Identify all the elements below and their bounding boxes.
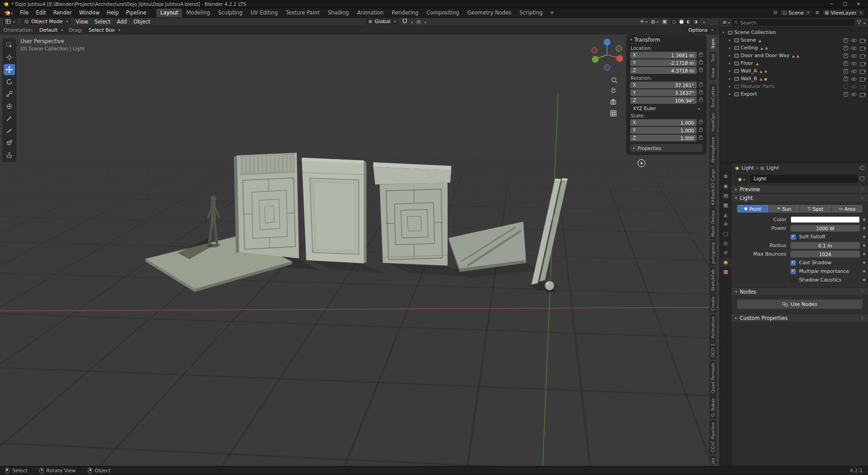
browse-light-data-button[interactable] xyxy=(735,175,748,183)
expand-icon[interactable]: ▸ xyxy=(729,38,733,42)
tool-transform[interactable] xyxy=(4,101,15,112)
workspace-tab-sculpting[interactable]: Sculpting xyxy=(214,9,246,17)
tab-view-layer-icon[interactable]: ▦ xyxy=(720,200,732,210)
outliner-row-floor[interactable]: ▸ Floor xyxy=(720,59,868,67)
workspace-tab-shading[interactable]: Shading xyxy=(323,9,353,17)
search-input[interactable] xyxy=(740,20,852,25)
shading-wireframe-icon[interactable]: ○ xyxy=(672,19,677,24)
shading-rendered-icon[interactable]: ◑ xyxy=(693,19,698,24)
tool-scale[interactable] xyxy=(4,88,15,100)
properties-subpanel-header[interactable]: Properties xyxy=(630,144,703,152)
browse-viewlayer-icon[interactable]: ≣ xyxy=(815,10,819,15)
disable-render-icon[interactable] xyxy=(860,61,865,66)
mode-dropdown[interactable]: Object Mode xyxy=(21,18,71,25)
snap-options-chevron[interactable] xyxy=(411,19,413,25)
power-field[interactable]: 1000 W xyxy=(791,225,860,232)
tab-object-icon[interactable]: ▢ xyxy=(720,229,732,238)
gizmos-toggle[interactable]: ✛ xyxy=(640,19,647,24)
soft-falloff-checkbox[interactable] xyxy=(791,234,796,240)
outliner-row-ceiling[interactable]: ▸ Ceiling xyxy=(720,44,868,52)
filter-icon[interactable] xyxy=(857,20,861,24)
nodes-panel-header[interactable]: Nodes ⠿ xyxy=(732,287,868,296)
tool-rotate[interactable] xyxy=(4,76,15,87)
scale-y-field[interactable]: Y 1.000 xyxy=(630,127,697,134)
outliner-row-door[interactable]: ▸ Door and Door Way xyxy=(720,52,868,59)
location-y-field[interactable]: Y -2.1718 m xyxy=(630,59,697,66)
expand-icon[interactable]: ▸ xyxy=(729,61,733,65)
snap-magnet-icon[interactable] xyxy=(402,19,407,25)
tab-physics-icon[interactable]: ◎ xyxy=(720,238,732,248)
add-workspace-button[interactable]: + xyxy=(547,9,558,17)
fake-user-icon[interactable] xyxy=(860,176,864,181)
tab-object-data-icon[interactable]: ◉ xyxy=(720,257,732,267)
editor-type-button[interactable] xyxy=(3,18,18,25)
workspace-tab-animation[interactable]: Animation xyxy=(353,9,388,17)
tool-annotate[interactable] xyxy=(4,113,15,124)
outliner-row-wall-a[interactable]: ▸ Wall_A xyxy=(720,67,868,75)
sphere-mesh[interactable] xyxy=(545,281,554,290)
orientation-dropdown[interactable]: Default xyxy=(37,27,66,34)
exclude-checkbox[interactable] xyxy=(844,53,848,58)
menu-help[interactable]: Help xyxy=(103,8,122,17)
light-type-point[interactable]: ◉ Point xyxy=(737,205,769,213)
use-nodes-button[interactable]: Use Nodes xyxy=(737,300,863,309)
sidebar-tab-atmosphere[interactable]: Atmosphere xyxy=(709,135,717,165)
outliner-row-export[interactable]: ▸ Export xyxy=(720,90,868,98)
location-z-field[interactable]: Z 4.3718 m xyxy=(630,67,697,74)
menu-file[interactable]: File xyxy=(16,8,32,17)
browse-scene-icon[interactable]: ⊟ xyxy=(773,10,777,15)
mannequin-figure[interactable] xyxy=(207,196,220,246)
tab-texture-icon[interactable]: ▩ xyxy=(720,267,732,276)
disable-render-icon[interactable] xyxy=(860,92,865,97)
sidebar-tab-tool[interactable]: Tool xyxy=(709,52,717,64)
gizmo-y-axis[interactable] xyxy=(592,56,599,63)
menu-pipeline[interactable]: Pipeline xyxy=(122,8,150,17)
hide-viewport-icon[interactable] xyxy=(851,45,857,50)
shadow-caustics-checkbox[interactable] xyxy=(791,277,796,283)
transform-panel-header[interactable]: Transform xyxy=(627,35,706,44)
lock-icon[interactable] xyxy=(699,83,703,87)
exclude-checkbox[interactable] xyxy=(844,92,848,97)
workspace-tab-uv-editing[interactable]: UV Editing xyxy=(246,9,282,17)
exclude-checkbox[interactable] xyxy=(844,46,848,50)
rotation-z-field[interactable]: Z 106.94° xyxy=(630,97,697,104)
rotation-x-field[interactable]: X 37.261° xyxy=(630,82,697,88)
breadcrumb-data[interactable]: Light xyxy=(767,165,779,171)
disable-render-icon[interactable] xyxy=(860,46,865,50)
cast-shadow-checkbox[interactable] xyxy=(791,260,796,266)
outliner-row-scene[interactable]: ▸ Scene xyxy=(720,36,868,44)
outliner-root-row[interactable]: ▾ Scene Collection xyxy=(720,29,868,36)
lock-icon[interactable] xyxy=(699,61,703,64)
disable-render-icon[interactable] xyxy=(860,38,865,43)
pin-icon[interactable] xyxy=(859,165,865,171)
location-x-field[interactable]: X 1.3681 m xyxy=(630,52,697,58)
workspace-tab-compositing[interactable]: Compositing xyxy=(423,9,463,17)
tool-select-box[interactable] xyxy=(4,39,15,51)
hide-viewport-icon[interactable] xyxy=(851,68,857,73)
gizmo-y-neg-axis[interactable] xyxy=(616,46,622,52)
hide-viewport-icon[interactable] xyxy=(851,76,857,81)
sidebar-tab-item[interactable]: Item xyxy=(709,36,717,51)
sidebar-tab-boxcutter[interactable]: BoxCutter xyxy=(709,84,717,110)
outliner-row-modular-parts[interactable]: ▸ Modular Parts xyxy=(720,82,868,90)
radius-field[interactable]: 0.1 m xyxy=(791,242,860,249)
3d-scene[interactable] xyxy=(0,34,719,466)
tool-measure[interactable] xyxy=(4,125,15,136)
tab-output-icon[interactable]: ▤ xyxy=(720,191,732,200)
wall-a-mesh[interactable] xyxy=(234,153,299,258)
zoom-button[interactable] xyxy=(612,78,617,83)
minimize-button[interactable]: − xyxy=(825,0,838,8)
proportional-options-chevron[interactable] xyxy=(424,19,426,25)
point-light-gizmo[interactable] xyxy=(638,160,645,167)
max-bounces-field[interactable]: 1024 xyxy=(791,251,860,257)
disable-render-icon[interactable] xyxy=(860,77,865,81)
wall-plain-mesh[interactable] xyxy=(302,158,366,263)
workspace-tab-geometry-nodes[interactable]: Geometry Nodes xyxy=(463,9,516,17)
workspace-tab-modeling[interactable]: Modeling xyxy=(182,9,214,17)
tab-world-icon[interactable]: ⊕ xyxy=(720,219,732,229)
light-type-sun[interactable]: ☀ Sun xyxy=(769,205,800,213)
remove-viewlayer-icon[interactable]: ✕ xyxy=(859,10,863,15)
close-button[interactable]: × xyxy=(852,0,865,8)
scale-z-field[interactable]: Z 1.000 xyxy=(630,135,697,141)
tab-scene-icon[interactable]: ◭ xyxy=(720,210,732,219)
